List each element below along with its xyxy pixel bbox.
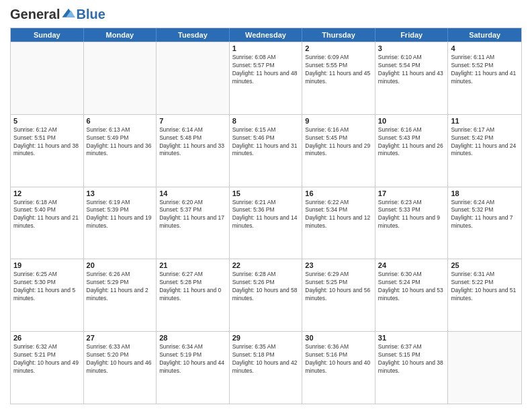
day-number: 28 (159, 334, 226, 342)
week-row: 26Sunrise: 6:32 AM Sunset: 5:21 PM Dayli… (11, 331, 521, 404)
week-row: 5Sunrise: 6:12 AM Sunset: 5:51 PM Daylig… (11, 114, 521, 187)
day-cell: 1Sunrise: 6:08 AM Sunset: 5:57 PM Daylig… (230, 42, 303, 114)
day-cell: 27Sunrise: 6:33 AM Sunset: 5:20 PM Dayli… (84, 332, 157, 404)
day-cell: 25Sunrise: 6:31 AM Sunset: 5:22 PM Dayli… (448, 259, 521, 331)
day-cell: 28Sunrise: 6:34 AM Sunset: 5:19 PM Dayli… (157, 332, 230, 404)
day-info: Sunrise: 6:19 AM Sunset: 5:39 PM Dayligh… (87, 199, 154, 231)
logo-icon (61, 7, 76, 19)
day-header: Tuesday (157, 28, 230, 42)
day-info: Sunrise: 6:29 AM Sunset: 5:25 PM Dayligh… (305, 271, 372, 303)
day-info: Sunrise: 6:27 AM Sunset: 5:28 PM Dayligh… (159, 271, 226, 303)
day-cell: 21Sunrise: 6:27 AM Sunset: 5:28 PM Dayli… (157, 259, 230, 331)
day-cell: 13Sunrise: 6:19 AM Sunset: 5:39 PM Dayli… (84, 187, 157, 259)
day-info: Sunrise: 6:11 AM Sunset: 5:52 PM Dayligh… (451, 54, 519, 86)
day-cell: 11Sunrise: 6:17 AM Sunset: 5:42 PM Dayli… (448, 115, 521, 187)
day-cell: 10Sunrise: 6:16 AM Sunset: 5:43 PM Dayli… (375, 115, 449, 187)
day-info: Sunrise: 6:33 AM Sunset: 5:20 PM Dayligh… (87, 343, 154, 375)
logo-general: General (10, 7, 60, 22)
day-cell: 29Sunrise: 6:35 AM Sunset: 5:18 PM Dayli… (230, 332, 303, 404)
day-header: Wednesday (230, 28, 303, 42)
day-info: Sunrise: 6:34 AM Sunset: 5:19 PM Dayligh… (159, 343, 226, 375)
day-number: 9 (305, 117, 372, 125)
logo-text: GeneralBlue (10, 7, 105, 22)
day-number: 29 (232, 334, 300, 342)
day-info: Sunrise: 6:30 AM Sunset: 5:24 PM Dayligh… (378, 271, 445, 303)
day-cell: 7Sunrise: 6:14 AM Sunset: 5:48 PM Daylig… (157, 115, 230, 187)
logo-blue: Blue (76, 7, 105, 21)
day-info: Sunrise: 6:31 AM Sunset: 5:22 PM Dayligh… (451, 271, 519, 303)
day-number: 6 (87, 117, 154, 125)
day-info: Sunrise: 6:14 AM Sunset: 5:48 PM Dayligh… (159, 126, 226, 158)
page: GeneralBlue SundayMondayTuesdayWednesday… (0, 0, 532, 411)
logo: GeneralBlue (10, 7, 105, 22)
day-info: Sunrise: 6:32 AM Sunset: 5:21 PM Dayligh… (13, 343, 81, 375)
day-info: Sunrise: 6:21 AM Sunset: 5:36 PM Dayligh… (232, 199, 300, 231)
day-cell: 26Sunrise: 6:32 AM Sunset: 5:21 PM Dayli… (11, 332, 84, 404)
day-info: Sunrise: 6:16 AM Sunset: 5:45 PM Dayligh… (305, 126, 372, 158)
day-cell: 15Sunrise: 6:21 AM Sunset: 5:36 PM Dayli… (230, 187, 303, 259)
day-info: Sunrise: 6:13 AM Sunset: 5:49 PM Dayligh… (87, 126, 154, 158)
day-info: Sunrise: 6:23 AM Sunset: 5:33 PM Dayligh… (378, 199, 445, 231)
day-cell: 30Sunrise: 6:36 AM Sunset: 5:16 PM Dayli… (302, 332, 375, 404)
day-number: 8 (232, 117, 300, 125)
day-number: 22 (232, 261, 300, 269)
day-header: Friday (375, 28, 449, 42)
day-number: 21 (159, 261, 226, 269)
header: GeneralBlue (10, 7, 522, 22)
day-number: 23 (305, 261, 372, 269)
week-row: 19Sunrise: 6:25 AM Sunset: 5:30 PM Dayli… (11, 259, 521, 331)
day-cell: 12Sunrise: 6:18 AM Sunset: 5:40 PM Dayli… (11, 187, 84, 259)
day-info: Sunrise: 6:26 AM Sunset: 5:29 PM Dayligh… (87, 271, 154, 303)
day-info: Sunrise: 6:25 AM Sunset: 5:30 PM Dayligh… (13, 271, 81, 303)
day-number: 4 (451, 44, 519, 52)
day-headers: SundayMondayTuesdayWednesdayThursdayFrid… (11, 28, 521, 42)
day-info: Sunrise: 6:35 AM Sunset: 5:18 PM Dayligh… (232, 343, 300, 375)
day-number: 13 (87, 189, 154, 197)
day-cell (448, 332, 521, 404)
day-number: 2 (305, 44, 372, 52)
day-info: Sunrise: 6:17 AM Sunset: 5:42 PM Dayligh… (451, 126, 519, 158)
day-cell (11, 42, 84, 114)
day-number: 26 (13, 334, 81, 342)
day-number: 10 (378, 117, 445, 125)
day-cell: 20Sunrise: 6:26 AM Sunset: 5:29 PM Dayli… (84, 259, 157, 331)
day-cell: 4Sunrise: 6:11 AM Sunset: 5:52 PM Daylig… (448, 42, 521, 114)
day-cell (84, 42, 157, 114)
day-number: 25 (451, 261, 519, 269)
day-header: Thursday (302, 28, 375, 42)
day-info: Sunrise: 6:20 AM Sunset: 5:37 PM Dayligh… (159, 199, 226, 231)
calendar-body: 1Sunrise: 6:08 AM Sunset: 5:57 PM Daylig… (11, 42, 521, 404)
day-cell: 18Sunrise: 6:24 AM Sunset: 5:32 PM Dayli… (448, 187, 521, 259)
day-number: 30 (305, 334, 372, 342)
day-info: Sunrise: 6:08 AM Sunset: 5:57 PM Dayligh… (232, 54, 300, 86)
day-cell: 9Sunrise: 6:16 AM Sunset: 5:45 PM Daylig… (302, 115, 375, 187)
week-row: 12Sunrise: 6:18 AM Sunset: 5:40 PM Dayli… (11, 187, 521, 259)
day-number: 5 (13, 117, 81, 125)
day-info: Sunrise: 6:28 AM Sunset: 5:26 PM Dayligh… (232, 271, 300, 303)
day-info: Sunrise: 6:15 AM Sunset: 5:46 PM Dayligh… (232, 126, 300, 158)
day-cell: 23Sunrise: 6:29 AM Sunset: 5:25 PM Dayli… (302, 259, 375, 331)
day-number: 20 (87, 261, 154, 269)
day-cell: 22Sunrise: 6:28 AM Sunset: 5:26 PM Dayli… (230, 259, 303, 331)
day-number: 31 (378, 334, 445, 342)
day-number: 24 (378, 261, 445, 269)
day-cell: 5Sunrise: 6:12 AM Sunset: 5:51 PM Daylig… (11, 115, 84, 187)
day-info: Sunrise: 6:10 AM Sunset: 5:54 PM Dayligh… (378, 54, 445, 86)
day-header: Monday (84, 28, 157, 42)
day-info: Sunrise: 6:16 AM Sunset: 5:43 PM Dayligh… (378, 126, 445, 158)
day-number: 18 (451, 189, 519, 197)
day-cell: 6Sunrise: 6:13 AM Sunset: 5:49 PM Daylig… (84, 115, 157, 187)
day-info: Sunrise: 6:22 AM Sunset: 5:34 PM Dayligh… (305, 199, 372, 231)
day-info: Sunrise: 6:36 AM Sunset: 5:16 PM Dayligh… (305, 343, 372, 375)
day-number: 11 (451, 117, 519, 125)
day-cell: 3Sunrise: 6:10 AM Sunset: 5:54 PM Daylig… (375, 42, 449, 114)
day-number: 3 (378, 44, 445, 52)
day-info: Sunrise: 6:24 AM Sunset: 5:32 PM Dayligh… (451, 199, 519, 231)
day-cell: 2Sunrise: 6:09 AM Sunset: 5:55 PM Daylig… (302, 42, 375, 114)
day-number: 19 (13, 261, 81, 269)
day-number: 15 (232, 189, 300, 197)
day-number: 16 (305, 189, 372, 197)
day-info: Sunrise: 6:37 AM Sunset: 5:15 PM Dayligh… (378, 343, 445, 375)
day-cell: 19Sunrise: 6:25 AM Sunset: 5:30 PM Dayli… (11, 259, 84, 331)
day-cell: 17Sunrise: 6:23 AM Sunset: 5:33 PM Dayli… (375, 187, 449, 259)
